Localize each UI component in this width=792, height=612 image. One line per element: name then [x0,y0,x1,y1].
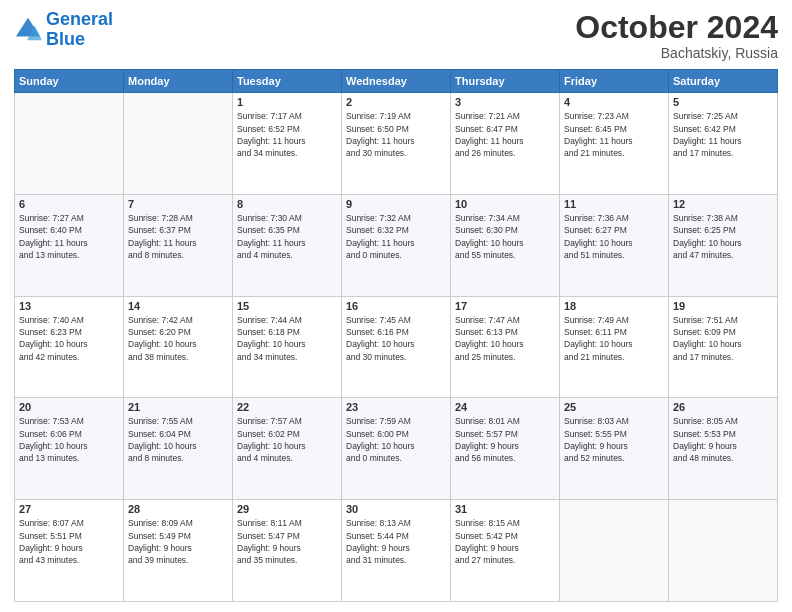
day-number: 14 [128,300,228,312]
day-info: Sunrise: 7:57 AM Sunset: 6:02 PM Dayligh… [237,415,337,464]
calendar-cell: 8Sunrise: 7:30 AM Sunset: 6:35 PM Daylig… [233,194,342,296]
day-of-week-header: Saturday [669,70,778,93]
day-info: Sunrise: 7:53 AM Sunset: 6:06 PM Dayligh… [19,415,119,464]
calendar-week-row: 27Sunrise: 8:07 AM Sunset: 5:51 PM Dayli… [15,500,778,602]
day-info: Sunrise: 7:36 AM Sunset: 6:27 PM Dayligh… [564,212,664,261]
day-of-week-header: Sunday [15,70,124,93]
day-info: Sunrise: 7:47 AM Sunset: 6:13 PM Dayligh… [455,314,555,363]
day-of-week-header: Monday [124,70,233,93]
calendar-cell: 5Sunrise: 7:25 AM Sunset: 6:42 PM Daylig… [669,93,778,195]
month-title: October 2024 [575,10,778,45]
day-number: 30 [346,503,446,515]
calendar-cell: 18Sunrise: 7:49 AM Sunset: 6:11 PM Dayli… [560,296,669,398]
day-info: Sunrise: 8:07 AM Sunset: 5:51 PM Dayligh… [19,517,119,566]
day-number: 9 [346,198,446,210]
calendar-cell: 30Sunrise: 8:13 AM Sunset: 5:44 PM Dayli… [342,500,451,602]
title-block: October 2024 Bachatskiy, Russia [575,10,778,61]
day-of-week-header: Thursday [451,70,560,93]
logo-icon [14,16,42,44]
day-of-week-header: Tuesday [233,70,342,93]
day-number: 6 [19,198,119,210]
day-number: 28 [128,503,228,515]
day-number: 25 [564,401,664,413]
calendar-cell: 15Sunrise: 7:44 AM Sunset: 6:18 PM Dayli… [233,296,342,398]
day-number: 13 [19,300,119,312]
day-number: 7 [128,198,228,210]
day-info: Sunrise: 7:49 AM Sunset: 6:11 PM Dayligh… [564,314,664,363]
day-number: 20 [19,401,119,413]
day-info: Sunrise: 8:01 AM Sunset: 5:57 PM Dayligh… [455,415,555,464]
day-info: Sunrise: 7:44 AM Sunset: 6:18 PM Dayligh… [237,314,337,363]
calendar-cell: 14Sunrise: 7:42 AM Sunset: 6:20 PM Dayli… [124,296,233,398]
calendar-cell: 16Sunrise: 7:45 AM Sunset: 6:16 PM Dayli… [342,296,451,398]
calendar-cell: 20Sunrise: 7:53 AM Sunset: 6:06 PM Dayli… [15,398,124,500]
day-of-week-header: Friday [560,70,669,93]
day-number: 21 [128,401,228,413]
day-info: Sunrise: 7:25 AM Sunset: 6:42 PM Dayligh… [673,110,773,159]
calendar-cell: 23Sunrise: 7:59 AM Sunset: 6:00 PM Dayli… [342,398,451,500]
calendar-cell: 12Sunrise: 7:38 AM Sunset: 6:25 PM Dayli… [669,194,778,296]
day-info: Sunrise: 7:59 AM Sunset: 6:00 PM Dayligh… [346,415,446,464]
calendar-cell [669,500,778,602]
day-number: 11 [564,198,664,210]
day-info: Sunrise: 7:32 AM Sunset: 6:32 PM Dayligh… [346,212,446,261]
day-info: Sunrise: 8:03 AM Sunset: 5:55 PM Dayligh… [564,415,664,464]
day-number: 2 [346,96,446,108]
day-number: 3 [455,96,555,108]
day-info: Sunrise: 7:34 AM Sunset: 6:30 PM Dayligh… [455,212,555,261]
day-info: Sunrise: 7:45 AM Sunset: 6:16 PM Dayligh… [346,314,446,363]
day-number: 23 [346,401,446,413]
day-number: 15 [237,300,337,312]
calendar-cell: 24Sunrise: 8:01 AM Sunset: 5:57 PM Dayli… [451,398,560,500]
day-number: 17 [455,300,555,312]
day-number: 4 [564,96,664,108]
day-number: 5 [673,96,773,108]
day-info: Sunrise: 7:42 AM Sunset: 6:20 PM Dayligh… [128,314,228,363]
calendar-week-row: 6Sunrise: 7:27 AM Sunset: 6:40 PM Daylig… [15,194,778,296]
calendar-cell: 19Sunrise: 7:51 AM Sunset: 6:09 PM Dayli… [669,296,778,398]
calendar-cell: 4Sunrise: 7:23 AM Sunset: 6:45 PM Daylig… [560,93,669,195]
day-info: Sunrise: 7:30 AM Sunset: 6:35 PM Dayligh… [237,212,337,261]
calendar-cell: 3Sunrise: 7:21 AM Sunset: 6:47 PM Daylig… [451,93,560,195]
calendar-cell: 31Sunrise: 8:15 AM Sunset: 5:42 PM Dayli… [451,500,560,602]
calendar-cell: 13Sunrise: 7:40 AM Sunset: 6:23 PM Dayli… [15,296,124,398]
day-number: 18 [564,300,664,312]
day-number: 26 [673,401,773,413]
calendar-cell: 6Sunrise: 7:27 AM Sunset: 6:40 PM Daylig… [15,194,124,296]
calendar-cell [124,93,233,195]
calendar-week-row: 13Sunrise: 7:40 AM Sunset: 6:23 PM Dayli… [15,296,778,398]
calendar-cell: 7Sunrise: 7:28 AM Sunset: 6:37 PM Daylig… [124,194,233,296]
calendar-cell: 2Sunrise: 7:19 AM Sunset: 6:50 PM Daylig… [342,93,451,195]
day-info: Sunrise: 8:15 AM Sunset: 5:42 PM Dayligh… [455,517,555,566]
calendar-week-row: 1Sunrise: 7:17 AM Sunset: 6:52 PM Daylig… [15,93,778,195]
day-number: 22 [237,401,337,413]
page: General Blue October 2024 Bachatskiy, Ru… [0,0,792,612]
day-number: 29 [237,503,337,515]
day-info: Sunrise: 7:17 AM Sunset: 6:52 PM Dayligh… [237,110,337,159]
day-info: Sunrise: 8:05 AM Sunset: 5:53 PM Dayligh… [673,415,773,464]
day-info: Sunrise: 7:28 AM Sunset: 6:37 PM Dayligh… [128,212,228,261]
day-number: 12 [673,198,773,210]
calendar-cell [15,93,124,195]
day-number: 19 [673,300,773,312]
day-info: Sunrise: 7:51 AM Sunset: 6:09 PM Dayligh… [673,314,773,363]
day-number: 27 [19,503,119,515]
day-info: Sunrise: 7:21 AM Sunset: 6:47 PM Dayligh… [455,110,555,159]
day-info: Sunrise: 7:38 AM Sunset: 6:25 PM Dayligh… [673,212,773,261]
day-info: Sunrise: 7:23 AM Sunset: 6:45 PM Dayligh… [564,110,664,159]
calendar-cell [560,500,669,602]
day-info: Sunrise: 7:27 AM Sunset: 6:40 PM Dayligh… [19,212,119,261]
day-info: Sunrise: 8:09 AM Sunset: 5:49 PM Dayligh… [128,517,228,566]
day-number: 31 [455,503,555,515]
calendar-week-row: 20Sunrise: 7:53 AM Sunset: 6:06 PM Dayli… [15,398,778,500]
location: Bachatskiy, Russia [575,45,778,61]
calendar-cell: 25Sunrise: 8:03 AM Sunset: 5:55 PM Dayli… [560,398,669,500]
calendar-cell: 10Sunrise: 7:34 AM Sunset: 6:30 PM Dayli… [451,194,560,296]
day-info: Sunrise: 7:40 AM Sunset: 6:23 PM Dayligh… [19,314,119,363]
day-info: Sunrise: 7:55 AM Sunset: 6:04 PM Dayligh… [128,415,228,464]
logo-general: General [46,9,113,29]
day-info: Sunrise: 8:11 AM Sunset: 5:47 PM Dayligh… [237,517,337,566]
calendar: SundayMondayTuesdayWednesdayThursdayFrid… [14,69,778,602]
day-number: 8 [237,198,337,210]
calendar-cell: 28Sunrise: 8:09 AM Sunset: 5:49 PM Dayli… [124,500,233,602]
